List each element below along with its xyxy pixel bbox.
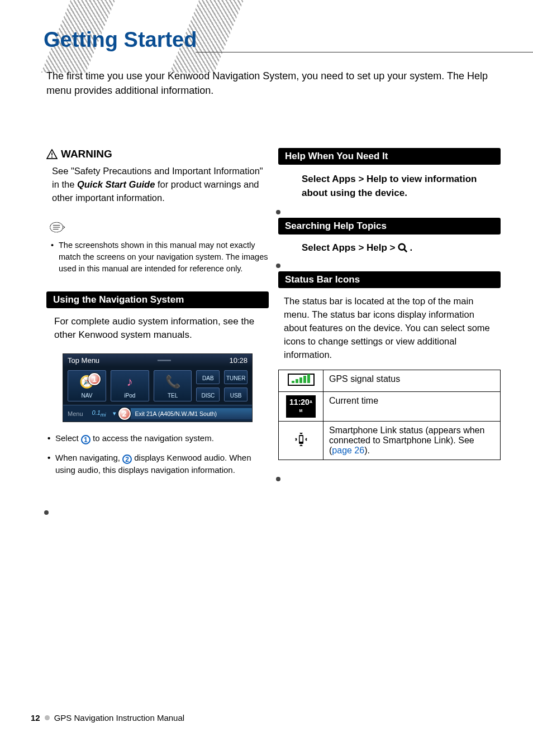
page-number: 12	[31, 713, 40, 722]
warning-heading: WARNING	[46, 148, 269, 160]
page-title: Getting Started	[44, 28, 197, 52]
footer-text: GPS Navigation Instruction Manual	[54, 713, 184, 722]
section-end-dot	[276, 477, 280, 481]
intro-text: The first time you use your Kenwood Navi…	[46, 69, 505, 98]
help-when-body: Select Apps > Help to view information a…	[278, 165, 501, 210]
time-icon: 11:20AM	[286, 395, 316, 418]
svg-point-1	[51, 156, 53, 157]
page-link[interactable]: page 26	[332, 446, 364, 455]
gps-signal-icon	[288, 374, 315, 386]
note-body: The screenshots shown in this manual may…	[46, 240, 269, 275]
callout-1-badge: 1	[88, 373, 101, 385]
link-desc: Smartphone Link status (appears when con…	[323, 421, 501, 460]
warning-icon	[46, 149, 58, 159]
ss-menu-btn: Menu	[63, 410, 88, 417]
ss-exit: Exit 21A (A405/N.W./M1 South)	[131, 408, 253, 419]
bullet-2: When navigating, 2 displays Kenwood audi…	[46, 452, 269, 477]
section-using-nav: Using the Navigation System	[46, 291, 269, 308]
search-icon	[398, 243, 408, 253]
smartphone-link-icon	[294, 433, 308, 446]
ss-top-menu: Top Menu	[68, 356, 99, 365]
note-icon	[49, 221, 65, 234]
status-icons-body: The status bar is located at the top of …	[278, 288, 501, 370]
section-end-dot	[276, 210, 280, 214]
footer-dot-icon	[45, 715, 50, 720]
ss-clock: 10:28	[229, 356, 248, 365]
section-searching: Searching Help Topics	[278, 218, 501, 235]
using-nav-bullets: Select 1 to access the navigation system…	[46, 432, 269, 477]
table-row: GPS signal status	[279, 370, 501, 391]
section-end-dot	[44, 510, 49, 515]
tile-nav: 1 🧭 NAV	[68, 370, 106, 401]
table-row: 11:20AM Current time	[279, 391, 501, 421]
svg-rect-9	[299, 436, 302, 442]
gps-signal-desc: GPS signal status	[323, 370, 501, 391]
callout-1-ref: 1	[81, 435, 91, 444]
tile-dab: DAB	[196, 370, 220, 384]
section-help-when: Help When You Need It	[278, 148, 501, 165]
warning-body: See "Safety Precautions and Important In…	[46, 165, 269, 205]
time-desc: Current time	[323, 391, 501, 421]
using-nav-body: For complete audio system information, s…	[46, 308, 269, 342]
callout-2-ref: 2	[122, 454, 132, 464]
callout-2-badge: 2	[118, 408, 131, 420]
searching-body: Select Apps > Help > .	[278, 235, 501, 264]
svg-line-7	[404, 250, 407, 252]
warning-label: WARNING	[61, 148, 112, 160]
svg-point-6	[398, 244, 404, 250]
section-status-icons: Status Bar Icons	[278, 271, 501, 288]
section-end-dot	[276, 264, 280, 268]
tile-tel: 📞TEL	[154, 370, 192, 401]
table-row: Smartphone Link status (appears when con…	[279, 421, 501, 460]
device-screenshot: Top Menu ━━━ 10:28 1 🧭 NAV ♪iPod 📞TEL DA…	[63, 353, 253, 422]
tile-tuner: TUNER	[224, 370, 248, 384]
tile-ipod: ♪iPod	[111, 370, 149, 401]
bullet-1: Select 1 to access the navigation system…	[46, 432, 269, 445]
page-footer: 12 GPS Navigation Instruction Manual	[31, 713, 184, 722]
title-rule	[196, 52, 533, 52]
tile-usb: USB	[224, 387, 248, 401]
status-icons-table: GPS signal status 11:20AM Current time S…	[278, 370, 501, 460]
tile-disc: DISC	[196, 387, 220, 401]
